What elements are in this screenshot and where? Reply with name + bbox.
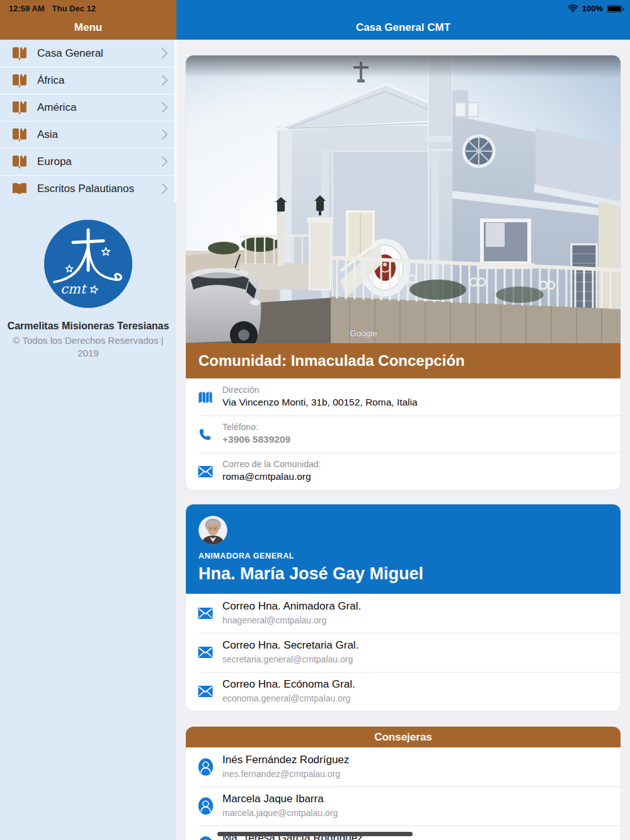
map-icon <box>198 390 213 404</box>
streetview-photo[interactable]: Google <box>186 55 621 343</box>
mail-icon <box>198 647 213 659</box>
address-value: Via Vincenzo Monti, 31b, 00152, Roma, It… <box>222 397 608 408</box>
clock: 12:59 AM <box>9 4 45 13</box>
avatar <box>198 516 227 545</box>
email-row-secretaria[interactable]: Correo Hna. Secretaria Gral. secretaria.… <box>186 633 621 672</box>
community-email-label: Correo de la Comunidad: <box>222 459 608 469</box>
sidebar-item-escritos-palautianos[interactable]: Escritos Palautianos <box>0 175 175 202</box>
email-row-address: secretaria.general@cmtpalau.org <box>222 654 608 664</box>
chevron-right-icon <box>161 156 168 167</box>
sidebar-title: Menu <box>0 21 176 34</box>
main-panel: 100% Casa General CMT <box>176 0 630 840</box>
person-icon <box>198 836 214 840</box>
chevron-right-icon <box>161 101 168 113</box>
phone-label: Teléfono: <box>222 422 608 432</box>
sidebar-item-label: Europa <box>37 156 72 168</box>
sidebar-item-label: Asia <box>37 128 58 141</box>
sidebar-menu: Casa General África América Asia Europa <box>0 40 176 202</box>
sidebar-item-america[interactable]: América <box>0 94 175 121</box>
community-card: Google Comunidad: Inmaculada Concepción … <box>186 55 621 490</box>
phone-row[interactable]: Teléfono: +3906 5839209 <box>186 416 621 453</box>
email-row-economa[interactable]: Correo Hna. Ecónoma Gral. economa.genera… <box>186 672 621 711</box>
mail-icon <box>198 608 213 620</box>
book-icon <box>11 46 28 61</box>
email-row-title: Correo Hna. Ecónoma Gral. <box>222 678 608 691</box>
cmt-logo: cmt Carmelitas Misioneras Teresianas © T… <box>0 220 176 360</box>
sidebar-item-label: América <box>37 101 76 114</box>
app-screen: 12:59 AM Thu Dec 12 Menu Casa General Áf… <box>0 0 630 840</box>
logo-cmt-text: cmt <box>60 281 88 297</box>
navbar: 100% Casa General CMT <box>176 0 630 40</box>
address-label: Dirección <box>222 385 608 395</box>
community-email-value: roma@cmtpalau.org <box>222 471 608 482</box>
page-title: Casa General CMT <box>176 21 630 34</box>
google-watermark: Google <box>350 329 377 338</box>
animadora-name: Hna. María José Gay Miguel <box>198 564 608 584</box>
chevron-right-icon <box>161 74 168 86</box>
copyright: © Todos los Derechos Reservados | 2019 <box>0 334 176 360</box>
email-row-address: economa.general@cmtpalau.org <box>222 693 608 703</box>
person-icon <box>198 758 214 776</box>
copyright-line1: © Todos los Derechos Reservados | <box>13 335 164 346</box>
book-icon <box>11 154 28 169</box>
mail-icon <box>198 686 213 698</box>
date: Thu Dec 12 <box>52 4 96 13</box>
consejera-row-ines[interactable]: Inés Fernández Rodríguez ines.fernandez@… <box>186 747 621 786</box>
community-email-row[interactable]: Correo de la Comunidad: roma@cmtpalau.or… <box>186 453 621 490</box>
org-name: Carmelitas Misioneras Teresianas <box>0 321 176 332</box>
cmt-logo-icon: cmt <box>44 220 132 308</box>
consejeras-card: Consejeras Inés Fernández Rodríguez ines… <box>186 727 621 840</box>
sidebar: 12:59 AM Thu Dec 12 Menu Casa General Áf… <box>0 0 176 840</box>
consejera-email: marcela.jaque@cmtpalau.org <box>222 808 608 818</box>
status-bar-right: 100% <box>568 4 622 13</box>
phone-icon <box>198 427 212 441</box>
mail-icon <box>198 465 213 477</box>
home-indicator[interactable] <box>217 832 413 836</box>
animadora-card: ANIMADORA GENERAL Hna. María José Gay Mi… <box>186 504 621 711</box>
copyright-line2: 2019 <box>77 348 98 358</box>
email-row-title: Correo Hna. Animadora Gral. <box>222 600 608 613</box>
consejeras-header: Consejeras <box>186 727 621 747</box>
book-icon <box>11 73 28 88</box>
sidebar-item-label: Escritos Palautianos <box>37 183 134 195</box>
sidebar-item-label: Casa General <box>37 47 103 60</box>
chevron-right-icon <box>161 47 168 59</box>
sidebar-item-africa[interactable]: África <box>0 67 175 94</box>
email-row-address: hnageneral@cmtpalau.org <box>222 615 608 625</box>
consejera-email: ines.fernandez@cmtpalau.org <box>222 769 608 779</box>
email-row-title: Correo Hna. Secretaria Gral. <box>222 639 608 652</box>
chevron-right-icon <box>161 128 168 140</box>
scroll-content[interactable]: Google Comunidad: Inmaculada Concepción … <box>176 40 630 840</box>
sidebar-item-europa[interactable]: Europa <box>0 148 175 175</box>
animadora-role: ANIMADORA GENERAL <box>198 552 608 560</box>
sidebar-item-label: África <box>37 74 64 87</box>
email-row-animadora[interactable]: Correo Hna. Animadora Gral. hnageneral@c… <box>186 594 621 633</box>
status-bar-left: 12:59 AM Thu Dec 12 <box>9 4 96 13</box>
consejera-row-marcela[interactable]: Marcela Jaque Ibarra marcela.jaque@cmtpa… <box>186 786 621 826</box>
battery-percent: 100% <box>582 4 603 13</box>
sidebar-item-casa-general[interactable]: Casa General <box>0 40 175 67</box>
sidebar-item-asia[interactable]: Asia <box>0 121 175 148</box>
book-icon <box>11 100 28 115</box>
phone-value: +3906 5839209 <box>222 434 608 445</box>
battery-icon <box>607 5 622 13</box>
community-banner: Comunidad: Inmaculada Concepción <box>186 343 621 378</box>
address-row[interactable]: Dirección Via Vincenzo Monti, 31b, 00152… <box>186 378 621 416</box>
person-icon <box>198 797 214 815</box>
wifi-icon <box>568 4 578 13</box>
consejera-name: Marcela Jaque Ibarra <box>222 793 608 805</box>
consejera-name: Inés Fernández Rodríguez <box>222 754 608 766</box>
open-book-icon <box>11 181 28 196</box>
book-icon <box>11 127 28 142</box>
animadora-header: ANIMADORA GENERAL Hna. María José Gay Mi… <box>186 504 621 594</box>
chevron-right-icon <box>161 183 168 195</box>
sidebar-header: 12:59 AM Thu Dec 12 Menu <box>0 0 176 40</box>
